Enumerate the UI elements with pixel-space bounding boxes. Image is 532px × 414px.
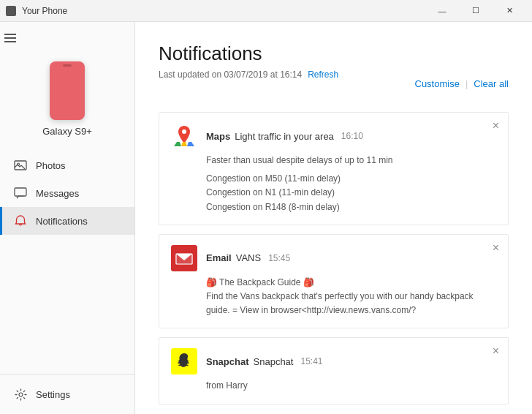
app-title: Your Phone bbox=[22, 6, 67, 16]
sidebar-item-photos[interactable]: Photos bbox=[0, 151, 134, 179]
phone-preview: Galaxy S9+ bbox=[0, 47, 134, 151]
titlebar: Your Phone — ☐ ✕ bbox=[0, 0, 532, 22]
snapchat-app-icon bbox=[171, 348, 197, 375]
photos-icon bbox=[14, 159, 27, 172]
page-subtitle: Last updated on 03/07/2019 at 16:14 Refr… bbox=[159, 69, 338, 80]
svg-point-3 bbox=[19, 393, 23, 396]
phone-image bbox=[50, 61, 85, 120]
notif-header-email: Email VANS 15:45 bbox=[171, 245, 496, 271]
sidebar-item-settings[interactable]: Settings bbox=[12, 382, 123, 407]
sidebar-label-notifications: Notifications bbox=[36, 216, 88, 227]
notif-header-snapchat: Snapchat Snapchat 15:41 bbox=[171, 348, 496, 375]
email-body: 🎒 The Backpack Guide 🎒 Find the Vans bac… bbox=[171, 276, 496, 318]
app-body: Galaxy S9+ Photos bbox=[0, 22, 532, 414]
maps-body-line-1: Faster than usual despite delays of up t… bbox=[206, 154, 496, 168]
sidebar-nav: Photos Messages Notifica bbox=[0, 151, 134, 374]
maps-app-icon bbox=[171, 123, 197, 149]
notif-meta-snapchat: Snapchat Snapchat 15:41 bbox=[206, 356, 496, 367]
svg-rect-2 bbox=[15, 188, 26, 196]
sidebar-label-settings: Settings bbox=[36, 389, 70, 400]
close-button[interactable]: ✕ bbox=[493, 0, 526, 22]
clear-all-link[interactable]: Clear all bbox=[474, 78, 509, 89]
snapchat-subject: Snapchat bbox=[254, 356, 294, 367]
maps-app-name: Maps bbox=[206, 131, 230, 142]
messages-icon bbox=[14, 187, 27, 200]
notif-meta-maps: Maps Light traffic in your area 16:10 bbox=[206, 131, 496, 142]
maps-body: Faster than usual despite delays of up t… bbox=[171, 154, 496, 214]
sidebar-label-photos: Photos bbox=[36, 160, 65, 171]
sidebar-footer: Settings bbox=[0, 374, 134, 414]
sidebar-label-messages: Messages bbox=[36, 188, 79, 199]
last-updated-text: Last updated on 03/07/2019 at 16:14 bbox=[159, 69, 302, 80]
notifications-icon bbox=[14, 214, 27, 227]
notification-maps: × Maps Light traffic in your area 16 bbox=[159, 112, 509, 225]
maximize-button[interactable]: ☐ bbox=[459, 0, 493, 22]
customise-link[interactable]: Customise bbox=[415, 78, 460, 89]
snapchat-body-line-1: from Harry bbox=[206, 379, 496, 393]
sidebar: Galaxy S9+ Photos bbox=[0, 22, 135, 414]
email-subject: VANS bbox=[236, 252, 261, 263]
maps-body-line-2: Congestion on M50 (11-min delay) bbox=[206, 172, 496, 186]
svg-point-5 bbox=[182, 129, 186, 134]
refresh-link[interactable]: Refresh bbox=[308, 69, 338, 80]
page-title: Notifications bbox=[159, 42, 509, 65]
email-body-line-2: Find the Vans backpack that's perfectly … bbox=[206, 290, 496, 317]
snapchat-time: 15:41 bbox=[300, 356, 322, 366]
snapchat-app-name: Snapchat bbox=[206, 356, 249, 367]
close-email-button[interactable]: × bbox=[493, 242, 499, 254]
phone-name: Galaxy S9+ bbox=[42, 126, 92, 137]
email-app-icon bbox=[171, 245, 197, 271]
snapchat-body: from Harry bbox=[171, 379, 496, 393]
minimize-button[interactable]: — bbox=[425, 0, 459, 22]
close-snapchat-button[interactable]: × bbox=[493, 345, 499, 357]
notif-header-maps: Maps Light traffic in your area 16:10 bbox=[171, 123, 496, 149]
email-body-line-1: 🎒 The Backpack Guide 🎒 bbox=[206, 276, 496, 290]
action-divider: | bbox=[466, 78, 468, 89]
notification-email: × Email VANS 15:45 🎒 The Backp bbox=[159, 234, 509, 329]
titlebar-left: Your Phone bbox=[6, 6, 67, 16]
settings-icon bbox=[14, 388, 27, 401]
hamburger-menu[interactable] bbox=[0, 29, 134, 47]
titlebar-controls: — ☐ ✕ bbox=[425, 0, 526, 22]
notif-meta-email: Email VANS 15:45 bbox=[206, 252, 496, 263]
maps-body-line-4: Congestion on R148 (8-min delay) bbox=[206, 200, 496, 214]
app-icon-small bbox=[6, 6, 16, 16]
header-actions: Customise | Clear all bbox=[415, 78, 509, 89]
maps-body-line-3: Congestion on N1 (11-min delay) bbox=[206, 186, 496, 200]
maps-time: 16:10 bbox=[341, 131, 363, 141]
sidebar-item-messages[interactable]: Messages bbox=[0, 179, 134, 207]
close-maps-button[interactable]: × bbox=[493, 120, 499, 132]
maps-subject: Light traffic in your area bbox=[235, 131, 334, 142]
email-time: 15:45 bbox=[268, 253, 290, 263]
email-app-name: Email bbox=[206, 252, 232, 263]
sidebar-item-notifications[interactable]: Notifications bbox=[0, 207, 134, 235]
notification-snapchat: × Snapchat Snapchat 15:41 from Harry bbox=[159, 337, 509, 404]
main-content: Notifications Last updated on 03/07/2019… bbox=[135, 22, 532, 414]
